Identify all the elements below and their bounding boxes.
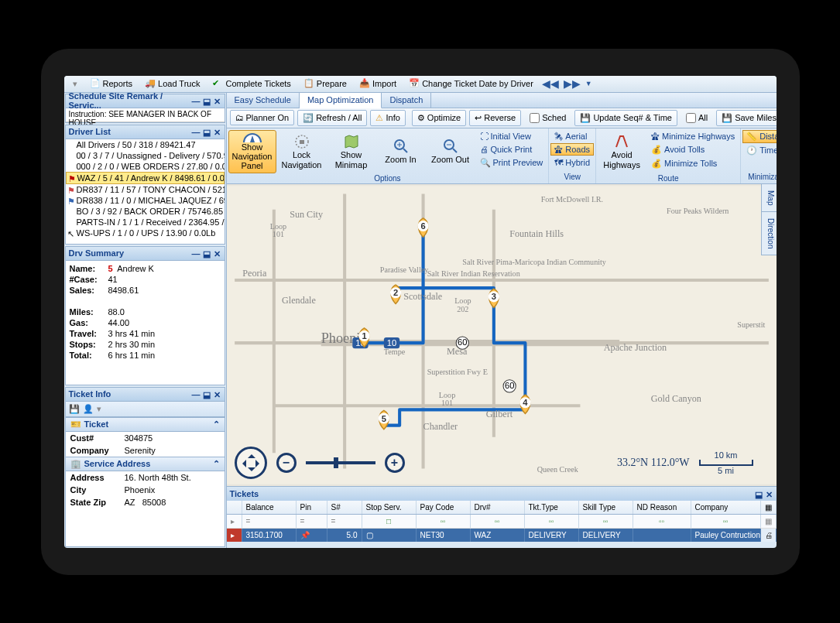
close-icon[interactable]: ✕ xyxy=(766,490,773,498)
col-stop[interactable]: Stop Serv. xyxy=(362,501,417,514)
col-skill[interactable]: Skill Type xyxy=(579,501,633,514)
zoom-slider[interactable] xyxy=(306,461,375,464)
quick-print-button[interactable]: 🖨Quick Print xyxy=(476,143,547,156)
toll-icon: 💰 xyxy=(651,159,662,169)
close-icon[interactable]: ✕ xyxy=(214,97,221,104)
print-preview-button[interactable]: 🔍Print Preview xyxy=(476,156,547,169)
pin-icon[interactable]: ⬓ xyxy=(755,490,763,498)
driver-row[interactable]: All Drivers / 50 / 318 / 89421.47 xyxy=(66,139,225,150)
initial-view-button[interactable]: ⛶Initial View xyxy=(476,130,547,142)
driver-row[interactable]: ⚑DR838 / 11 / 0 / MICHAEL JAQUEZ / 69.50 xyxy=(66,195,225,206)
hybrid-button[interactable]: 🗺Hybrid xyxy=(550,156,594,169)
aerial-button[interactable]: 🛰Aerial xyxy=(550,130,594,142)
avoid-hwy-button[interactable]: Avoid Highways xyxy=(598,130,646,173)
distance-button[interactable]: 📏Distance xyxy=(742,130,776,143)
minimize-icon[interactable]: — xyxy=(192,390,200,398)
driver-row[interactable]: ↖WS-UPS / 1 / 0 / UPS / 13.90 / 0.0Lb xyxy=(66,228,225,238)
nav-dropdown-icon[interactable]: ▼ xyxy=(584,80,594,87)
all-checkbox[interactable]: All xyxy=(681,110,713,126)
zoom-in-button[interactable]: Zoom In xyxy=(377,130,425,173)
driver-row[interactable]: BO / 3 / 92 / BACK ORDER / 75746.85 / 0 xyxy=(66,206,225,217)
col-sn[interactable]: S# xyxy=(327,501,362,514)
col-pin[interactable]: Pin xyxy=(297,501,327,514)
nav-next-icon[interactable]: ▶▶ xyxy=(562,77,582,90)
driver-row[interactable]: 00 / 3 / 7 / Unassigned - Delivery / 570… xyxy=(66,150,225,161)
svg-text:Gold Canyon: Gold Canyon xyxy=(650,393,701,404)
svg-text:Tempe: Tempe xyxy=(383,347,405,356)
tickets-header: Tickets ⬓ ✕ xyxy=(227,487,777,501)
close-icon[interactable]: ✕ xyxy=(214,390,221,398)
pin-icon[interactable]: ⬓ xyxy=(203,390,211,398)
ticket-section-header[interactable]: 🎫Ticket⌃ xyxy=(66,417,225,432)
load-truck-button[interactable]: 🚚Load Truck xyxy=(139,76,205,91)
tab-map-optimization[interactable]: Map Optimization xyxy=(300,93,382,108)
minimize-icon[interactable]: — xyxy=(192,249,200,257)
close-icon[interactable]: ✕ xyxy=(214,249,221,257)
driver-row[interactable]: ⚑DR837 / 11 / 57 / TONY CHACON / 521.59 xyxy=(66,184,225,195)
update-seq-button[interactable]: 💾Update Seq# & Time xyxy=(574,110,677,126)
minimize-icon[interactable]: — xyxy=(192,97,200,104)
complete-tickets-button[interactable]: ✔Complete Tickets xyxy=(207,76,296,91)
roads-button[interactable]: 🛣Roads xyxy=(550,143,594,156)
side-tab-direction[interactable]: Direction xyxy=(762,212,777,255)
show-nav-button[interactable]: Show Navigation Panel xyxy=(228,130,276,173)
prepare-button[interactable]: 📋Prepare xyxy=(298,76,352,91)
col-pay[interactable]: Pay Code xyxy=(417,501,471,514)
nav-prev-icon[interactable]: ◀◀ xyxy=(540,77,561,90)
refresh-button[interactable]: 🔄Refresh / All xyxy=(297,110,367,126)
map-viewport[interactable]: Sun City Peoria Glendale Phoenix Scottsd… xyxy=(227,184,777,486)
minimap-button[interactable]: Show Minimap xyxy=(327,130,375,173)
zoom-out-button[interactable]: Zoom Out xyxy=(427,130,475,173)
min-hwy-button[interactable]: 🛣Minimize Highways xyxy=(647,130,739,142)
driver-row[interactable]: 000 / 2 / 0 / WEB ORDERS / 27.80 / 0.0Lb xyxy=(66,161,225,172)
driver-row-selected[interactable]: ⚑WAZ / 5 / 41 / Andrew K / 8498.61 / 0.0… xyxy=(66,172,225,184)
minimize-icon[interactable]: — xyxy=(192,128,200,135)
lock-nav-button[interactable]: Lock Navigation xyxy=(278,130,326,173)
side-tab-map[interactable]: Map xyxy=(762,184,777,212)
import-button[interactable]: 📥Import xyxy=(354,76,402,91)
pin-icon[interactable]: ⬓ xyxy=(203,128,211,135)
address-icon: 🏢 xyxy=(70,459,81,469)
excel-icon[interactable]: ▦ xyxy=(761,501,777,514)
optimize-button[interactable]: ⚙Optimize xyxy=(412,110,466,126)
reports-button[interactable]: 📄Reports xyxy=(84,76,139,91)
close-icon[interactable]: ✕ xyxy=(214,128,221,135)
nav-pan-control[interactable] xyxy=(235,447,267,479)
svg-text:Salt River Pima-Maricopa India: Salt River Pima-Maricopa Indian Communit… xyxy=(462,257,607,265)
save-miles-button[interactable]: 💾Save Miles xyxy=(716,110,776,126)
col-company[interactable]: Company xyxy=(691,501,761,514)
driver-row[interactable]: PARTS-IN / 1 / 1 / Received / 2364.95 / … xyxy=(66,217,225,228)
user-icon[interactable]: 👤 xyxy=(83,404,94,414)
planner-button[interactable]: 🗂Planner On xyxy=(230,110,295,125)
tab-easy-schedule[interactable]: Easy Schedule xyxy=(227,93,300,108)
row-selector-col[interactable] xyxy=(227,501,242,514)
svg-text:2: 2 xyxy=(393,288,397,297)
col-nd[interactable]: ND Reason xyxy=(633,501,691,514)
col-drv[interactable]: Drv# xyxy=(471,501,525,514)
optimize-icon: ⚙ xyxy=(417,113,425,123)
pin-icon[interactable]: ⬓ xyxy=(203,97,211,104)
address-section-header[interactable]: 🏢Service Address⌃ xyxy=(66,457,225,471)
zoom-in-circle[interactable]: + xyxy=(385,453,405,473)
info-button[interactable]: ⚠Info xyxy=(370,110,405,126)
dropdown-arrow[interactable]: ▾ xyxy=(67,77,83,91)
grid-data-row[interactable]: ▸ 3150.1700 📌 5.0 ▢ NET30 WAZ DELIVERY D… xyxy=(227,529,777,542)
change-date-button[interactable]: 📅Change Ticket Date by Driver xyxy=(403,76,539,91)
coords-display: 33.2°N 112.0°W xyxy=(617,457,690,469)
tab-dispatch[interactable]: Dispatch xyxy=(382,93,431,108)
svg-text:4: 4 xyxy=(523,398,528,407)
flag-icon: ⚑ xyxy=(67,186,75,193)
grid-filter-row[interactable]: ▸ = = = □ ▫▫ ▫▫ ▫▫ ▫▫ ▫▫ ▫▫ ▦ xyxy=(227,515,777,529)
reverse-button[interactable]: ↩Reverse xyxy=(469,110,521,126)
zoom-out-circle[interactable]: − xyxy=(276,453,297,473)
pin-icon[interactable]: ⬓ xyxy=(203,249,211,257)
col-tkt[interactable]: Tkt.Type xyxy=(525,501,579,514)
aerial-icon: 🛰 xyxy=(554,132,563,141)
time-button[interactable]: 🕐Time xyxy=(742,144,776,157)
col-balance[interactable]: Balance xyxy=(242,501,297,514)
avoid-tolls-button[interactable]: 💰Avoid Tolls xyxy=(647,143,739,156)
save-icon[interactable]: 💾 xyxy=(69,404,80,414)
main-toolbar: ▾ 📄Reports 🚚Load Truck ✔Complete Tickets… xyxy=(64,76,777,93)
min-tolls-button[interactable]: 💰Minimize Tolls xyxy=(647,157,739,170)
sched-checkbox[interactable]: Sched xyxy=(524,110,571,126)
